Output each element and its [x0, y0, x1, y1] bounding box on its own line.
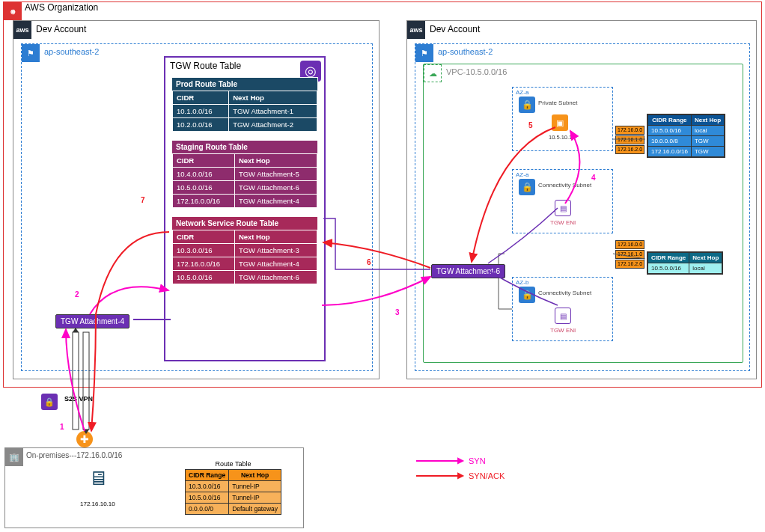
step-7: 7	[141, 196, 145, 204]
tgw-route-table-box: TGW Route Table Prod Route Table CIDRNex…	[164, 56, 326, 361]
dev-account-left-label: Dev Account	[36, 24, 86, 34]
aws-account-icon: aws	[407, 21, 425, 39]
legend: SYN SYN/ACK	[416, 456, 505, 486]
onprem-rt-title: Route Table	[185, 459, 281, 469]
tgw-attachment-4: TGW Attachment-4	[55, 314, 129, 328]
staging-rt-title: Staging Route Table	[172, 141, 317, 153]
tgw-attachment-6: TGW Attachment-6	[431, 264, 505, 278]
step-4: 4	[591, 174, 596, 182]
region-right: ⚑ ap-southeast-2 ☁ VPC-10.5.0.0/16 AZ-a …	[415, 43, 750, 371]
onprem-label: On-premises---172.16.0.0/16	[26, 451, 122, 459]
region-icon: ⚑	[22, 44, 40, 62]
onprem-icon: 🏢	[5, 448, 23, 466]
region-icon: ⚑	[415, 44, 433, 62]
svg-rect-0	[73, 332, 79, 429]
prod-route-table: Prod Route Table CIDRNext Hop 10.1.0.0/1…	[171, 77, 318, 132]
vpn-gateway-icon: 🔒	[41, 394, 58, 410]
dev-account-right: aws Dev Account ⚑ ap-southeast-2 ☁ VPC-1…	[406, 20, 757, 379]
vpc-connectors	[424, 64, 744, 364]
svg-rect-1	[83, 332, 89, 429]
aws-org-icon: ⎈	[4, 2, 22, 20]
network-rt-title: Network Service Route Table	[172, 217, 317, 230]
step-3: 3	[395, 308, 400, 317]
aws-account-icon: aws	[13, 21, 31, 39]
legend-synack-label: SYN/ACK	[469, 471, 505, 480]
onprem-server-ip: 172.16.10.10	[80, 501, 115, 507]
legend-synack: SYN/ACK	[416, 471, 505, 480]
legend-syn: SYN	[416, 456, 505, 465]
step-5: 5	[528, 121, 533, 129]
step-6: 6	[367, 258, 371, 266]
svg-marker-2	[73, 328, 79, 332]
onprem-server-icon: 🖥	[86, 468, 110, 489]
staging-route-table: Staging Route Table CIDRNext Hop 10.4.0.…	[171, 140, 318, 209]
onprem-container: 🏢 On-premises---172.16.0.0/16 🖥 172.16.1…	[4, 447, 304, 528]
step-2: 2	[75, 290, 79, 299]
aws-org-label: AWS Organization	[25, 2, 98, 13]
aws-organization-container: ⎈ AWS Organization aws Dev Account ⚑ ap-…	[3, 1, 762, 388]
vpc: ☁ VPC-10.5.0.0/16 AZ-a 🔒 Private Subnet …	[423, 64, 743, 363]
region-right-label: ap-southeast-2	[438, 47, 493, 56]
step-1: 1	[60, 423, 64, 431]
onprem-route-table: Route Table CIDR RangeNext Hop 10.3.0.0/…	[185, 459, 281, 515]
vpn-tunnel-icon	[66, 328, 96, 441]
region-left-label: ap-southeast-2	[44, 47, 99, 56]
network-service-route-table: Network Service Route Table CIDRNext Hop…	[171, 216, 318, 285]
legend-syn-label: SYN	[469, 456, 486, 465]
prod-rt-title: Prod Route Table	[172, 78, 317, 91]
dev-account-right-label: Dev Account	[430, 24, 480, 34]
svg-marker-3	[83, 429, 89, 434]
